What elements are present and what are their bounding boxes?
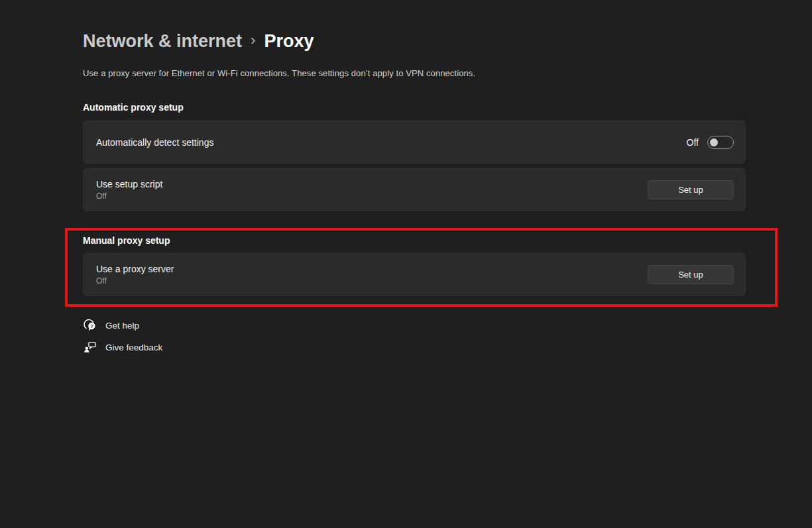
setup-script-button[interactable]: Set up xyxy=(648,180,734,199)
setup-script-label: Use setup script xyxy=(96,179,162,189)
proxy-server-label: Use a proxy server xyxy=(96,264,174,274)
proxy-server-status: Off xyxy=(96,276,174,286)
give-feedback-link[interactable]: Give feedback xyxy=(84,341,162,354)
settings-window: Network & internet › Proxy Use a proxy s… xyxy=(0,0,812,528)
auto-detect-label: Automatically detect settings xyxy=(96,137,213,148)
proxy-server-text: Use a proxy server Off xyxy=(96,264,174,286)
auto-detect-toggle-group: Off xyxy=(687,136,734,149)
page-title: Proxy xyxy=(264,31,314,52)
toggle-knob xyxy=(710,138,718,146)
feedback-person-icon xyxy=(84,341,97,354)
setting-card-setup-script: Use setup script Off Set up xyxy=(83,168,746,211)
breadcrumb: Network & internet › Proxy xyxy=(83,31,314,52)
auto-detect-toggle[interactable] xyxy=(707,136,734,149)
svg-text:?: ? xyxy=(90,323,93,329)
section-title-manual-proxy: Manual proxy setup xyxy=(83,235,170,246)
proxy-server-setup-button[interactable]: Set up xyxy=(648,265,734,284)
breadcrumb-network-internet[interactable]: Network & internet xyxy=(83,31,242,52)
help-chat-icon: ? xyxy=(84,319,97,332)
setup-script-status: Off xyxy=(96,191,162,201)
page-description: Use a proxy server for Ethernet or Wi-Fi… xyxy=(83,68,475,78)
give-feedback-label: Give feedback xyxy=(105,343,162,352)
setting-card-proxy-server: Use a proxy server Off Set up xyxy=(83,253,746,296)
toggle-state-label: Off xyxy=(687,137,699,148)
setting-card-auto-detect: Automatically detect settings Off xyxy=(83,121,746,164)
chevron-right-icon: › xyxy=(242,32,264,49)
section-title-automatic-proxy: Automatic proxy setup xyxy=(83,102,184,113)
get-help-label: Get help xyxy=(105,321,139,331)
setup-script-text: Use setup script Off xyxy=(96,179,162,201)
get-help-link[interactable]: ? Get help xyxy=(84,319,139,332)
